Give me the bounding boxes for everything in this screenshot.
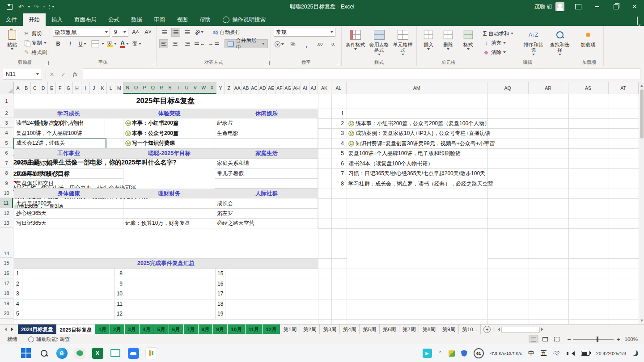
col-header-B[interactable]: B <box>22 82 31 94</box>
summary-number-cell[interactable]: 18 <box>217 299 226 309</box>
summary-number-cell[interactable]: 5 <box>16 309 21 319</box>
align-bottom-button[interactable] <box>182 28 192 37</box>
summary-number-cell[interactable]: 15 <box>217 269 226 279</box>
cell-r3c1[interactable]: 读书24本（复盘100个人物） <box>14 118 123 128</box>
col-header-X[interactable]: X <box>208 82 216 94</box>
sheet-tab-第4周[interactable]: 第4周 <box>340 324 360 334</box>
clipboard-dialog-launcher[interactable] <box>44 61 49 65</box>
redo-button[interactable]: ↷ <box>31 2 42 12</box>
minimize-button[interactable] <box>588 0 606 13</box>
sheet-tab-1月[interactable]: 1月 <box>95 324 110 334</box>
underline-button[interactable]: U <box>77 39 88 48</box>
sheet-title-cell[interactable]: 2025年目标&复盘 <box>13 94 318 108</box>
cell-styles-button[interactable]: 单元格样式 <box>392 28 414 60</box>
cell-r12c2[interactable] <box>123 209 215 219</box>
summary-number-cell[interactable]: 17 <box>217 289 226 299</box>
increase-indent-button[interactable]: → <box>208 39 220 48</box>
align-middle-button[interactable] <box>171 28 180 37</box>
account-name[interactable]: 茂聪 胡 <box>534 3 552 11</box>
addins-button[interactable]: 加载项 <box>578 28 598 60</box>
sheet-tab-9月[interactable]: 9月 <box>213 324 228 334</box>
col-header-J[interactable]: J <box>90 82 98 94</box>
number-format-combo[interactable]: 常规 <box>274 28 335 37</box>
sheet-tab-6月[interactable]: 6月 <box>169 324 184 334</box>
section-title[interactable]: 体验突破 <box>123 109 215 118</box>
col-header-F[interactable]: F <box>56 82 64 94</box>
summary-number-cell[interactable]: 10 <box>109 289 123 299</box>
col-header-AI[interactable]: AI <box>301 82 309 94</box>
summary-number-cell[interactable]: 2 <box>16 279 21 289</box>
accessibility-status[interactable]: 辅助功能: 调查 <box>28 336 70 343</box>
fill-button[interactable]: ↓填充 <box>483 39 519 47</box>
phonetic-button[interactable]: 变 <box>131 39 142 48</box>
accounting-format-button[interactable]: ¥ <box>274 40 285 49</box>
sheet-tab-第8周[interactable]: 第8周 <box>419 324 439 334</box>
col-header-Q[interactable]: Q <box>149 82 157 94</box>
row-header-10[interactable]: 10 <box>0 188 13 198</box>
zoom-slider[interactable] <box>573 339 614 340</box>
cell-r7c3[interactable]: 家庭关系和谐 <box>215 159 318 168</box>
font-dialog-launcher[interactable] <box>151 61 155 65</box>
cut-button[interactable]: ✂剪切 <box>24 29 47 38</box>
sheet-tab-11月[interactable]: 11月 <box>246 324 263 334</box>
comma-style-button[interactable]: , <box>301 40 312 49</box>
col-header-Z[interactable]: Z <box>225 82 233 94</box>
col-header-R[interactable]: R <box>157 82 166 94</box>
sheet-tab-第10...[interactable]: 第10... <box>459 324 481 334</box>
italic-button[interactable]: I <box>65 39 76 48</box>
horizontal-scroll-track[interactable] <box>501 327 540 333</box>
conditional-formatting-button[interactable]: 条件格式 <box>344 28 366 60</box>
row-header-14[interactable]: 14 <box>0 228 13 258</box>
sheet-tab-10月[interactable]: 10月 <box>228 324 245 334</box>
zoom-out-button[interactable]: − <box>567 336 571 343</box>
wrap-text-button[interactable]: ab̲自动换行 <box>212 28 241 37</box>
menu-tab-数据[interactable]: 数据 <box>125 13 148 26</box>
col-header-L[interactable]: L <box>107 82 115 94</box>
taskbar-search-button[interactable] <box>38 347 50 359</box>
sheet-tab-第6周[interactable]: 第6周 <box>380 324 399 334</box>
cell-r4c1[interactable]: 复盘100讲，个人品牌100讲 <box>14 128 123 139</box>
restore-button[interactable] <box>606 0 625 13</box>
fx-icon[interactable]: fx <box>69 71 81 78</box>
row-header-8[interactable]: 8 <box>0 168 13 178</box>
goal-number-cell[interactable]: 2 <box>331 118 344 128</box>
summary-number-cell[interactable]: 16 <box>217 279 226 289</box>
col-header-AR[interactable]: AR <box>529 82 568 94</box>
col-header-V[interactable]: V <box>191 82 199 94</box>
row-header-4[interactable]: 4 <box>0 128 13 138</box>
align-top-button[interactable] <box>159 28 170 37</box>
edge-browser-button[interactable]: e <box>56 347 68 359</box>
cell-r13c2[interactable]: 记账：预算10万，财务复盘 <box>123 219 215 228</box>
page-break-view-button[interactable] <box>552 335 562 343</box>
alignment-dialog-launcher[interactable] <box>265 61 270 65</box>
section-title[interactable]: 身体健康 <box>14 189 123 198</box>
col-header-E[interactable]: E <box>48 82 56 94</box>
sheet-grid[interactable]: 2025年目标&复盘学习成长体验突破休闲娱乐读书24本（复盘100个人物）本事：… <box>13 94 639 324</box>
row-header-5[interactable]: 5 <box>0 138 13 148</box>
row-header-3[interactable]: 3 <box>0 118 13 128</box>
decrease-decimal-button[interactable]: 0. <box>328 40 339 49</box>
col-header-AK[interactable]: AK <box>318 82 331 94</box>
section-title[interactable]: 人际社群 <box>215 189 318 198</box>
cell-r13c3[interactable]: 必经之路天空营 <box>215 219 318 228</box>
decrease-indent-button[interactable]: ← <box>194 39 206 48</box>
col-header-T[interactable]: T <box>174 82 183 94</box>
sheet-tab-2024目标复盘[interactable]: 2024目标复盘 <box>18 324 57 334</box>
align-center-button[interactable] <box>169 39 180 48</box>
col-header-AQ[interactable]: AQ <box>487 82 529 94</box>
borders-button[interactable] <box>89 39 105 48</box>
col-header-C[interactable]: C <box>31 82 39 94</box>
chart-app-button[interactable] <box>145 347 157 359</box>
format-painter-button[interactable]: ✎格式刷 <box>24 48 47 56</box>
kuaishou-tray-icon[interactable]: ▶ <box>423 349 432 358</box>
menu-tab-插入[interactable]: 插入 <box>46 13 68 26</box>
col-header-AC[interactable]: AC <box>250 82 259 94</box>
snipping-tool-button[interactable] <box>110 347 121 359</box>
menu-tab-帮助[interactable]: 帮助 <box>194 13 216 26</box>
cell-r3c3[interactable]: 纪录片 <box>215 118 318 128</box>
shrink-font-button[interactable]: A˅ <box>143 28 153 37</box>
col-header-AT[interactable]: AT <box>609 82 639 94</box>
col-header-K[interactable]: K <box>98 82 107 94</box>
excel-app-button[interactable]: X <box>92 347 103 359</box>
close-button[interactable]: × <box>625 0 644 13</box>
